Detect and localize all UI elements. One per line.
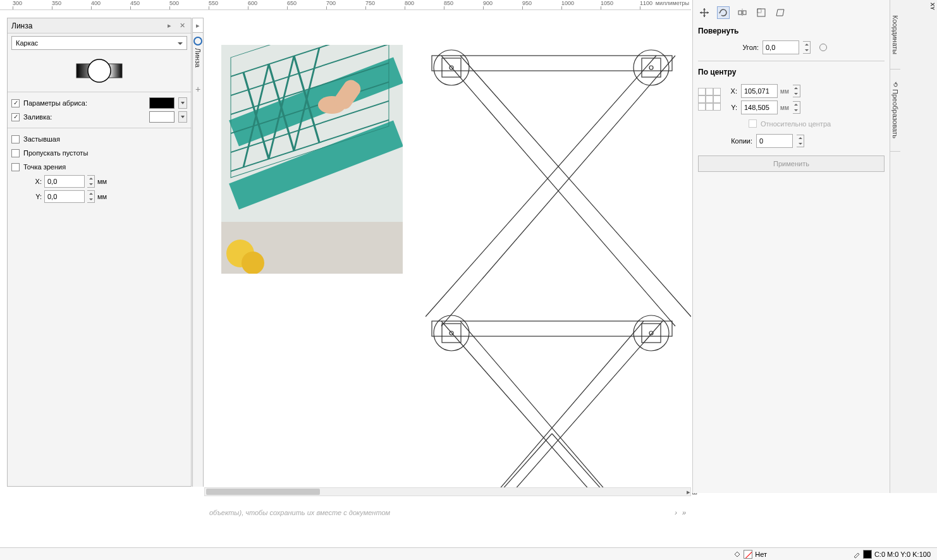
- viewpoint-checkbox[interactable]: [11, 163, 20, 171]
- lens-type-value: Каркас: [16, 39, 38, 47]
- center-x-input[interactable]: 105,071: [741, 84, 778, 98]
- transform-tab-icon: ⟲: [892, 82, 899, 87]
- transform-docker: Повернуть Угол: 0,0 По центру X: 105,071…: [692, 0, 890, 493]
- viewpoint-x-spinner[interactable]: [87, 175, 95, 188]
- outline-color-dropdown[interactable]: [178, 97, 187, 109]
- rotate-tab-icon[interactable]: [717, 6, 730, 19]
- ruler-horizontal[interactable]: миллиметры 30035040045050055060065070075…: [0, 0, 691, 10]
- size-tab-icon[interactable]: [755, 6, 768, 19]
- pen-icon: [853, 551, 860, 558]
- outline-label: Параметры абриса:: [23, 99, 87, 107]
- fill-checkbox[interactable]: [11, 113, 20, 121]
- angle-spinner[interactable]: [803, 41, 811, 54]
- ruler-tick: 350: [52, 0, 61, 6]
- docker-close-button[interactable]: ✕: [177, 21, 187, 31]
- ruler-tick: 500: [169, 0, 179, 6]
- technical-drawing[interactable]: [426, 48, 691, 490]
- center-x-label: X:: [725, 87, 737, 95]
- outline-checkbox[interactable]: [11, 99, 20, 107]
- canvas[interactable]: ▸ ⊞: [204, 10, 691, 487]
- center-y-input[interactable]: 148,505: [741, 100, 778, 114]
- fill-color-swatch[interactable]: [149, 111, 175, 123]
- viewpoint-x-input[interactable]: 0,0: [44, 175, 85, 188]
- lens-docker: Линза ▸ ✕ Каркас Параметры абриса: Залив…: [7, 18, 192, 487]
- hint-last-icon[interactable]: »: [682, 509, 686, 516]
- reference-photo[interactable]: [221, 45, 403, 274]
- svg-point-19: [649, 66, 653, 70]
- ruler-unit-label: миллиметры: [656, 0, 689, 6]
- copies-spinner[interactable]: [797, 135, 804, 147]
- ruler-tick: 650: [287, 0, 297, 6]
- scroll-right-icon[interactable]: ▸: [687, 488, 690, 496]
- frozen-checkbox[interactable]: [11, 135, 20, 143]
- fill-none-label: Нет: [755, 551, 767, 558]
- center-y-label: Y:: [725, 104, 737, 111]
- scrollbar-thumb[interactable]: [206, 489, 320, 495]
- svg-line-30: [552, 434, 603, 490]
- viewpoint-y-spinner[interactable]: [87, 190, 95, 203]
- docker-collapse-button[interactable]: ▸: [164, 21, 175, 31]
- angle-direction-icon[interactable]: [819, 44, 827, 51]
- skip-empty-checkbox[interactable]: [11, 149, 20, 157]
- center-section-title: По центру: [698, 68, 885, 76]
- fill-row: Заливка:: [8, 110, 191, 124]
- fill-color-dropdown[interactable]: [178, 111, 187, 123]
- outline-params-row: Параметры абриса:: [8, 96, 191, 110]
- anchor-grid[interactable]: [698, 88, 721, 111]
- angle-input[interactable]: 0,0: [762, 40, 799, 54]
- docker-menu-button[interactable]: ▸: [192, 18, 204, 33]
- viewpoint-x-row: X: 0,0 мм: [8, 174, 191, 189]
- ruler-tick: 450: [130, 0, 140, 6]
- x-unit: мм: [97, 178, 107, 185]
- outline-color-swatch[interactable]: [149, 97, 175, 109]
- lens-tab[interactable]: Линза: [192, 33, 204, 487]
- svg-rect-31: [738, 11, 742, 15]
- relative-center-checkbox[interactable]: [749, 119, 757, 128]
- lens-tab-label: Линза: [194, 48, 202, 68]
- ruler-tick: 950: [522, 0, 532, 6]
- svg-line-29: [501, 434, 552, 490]
- y-unit: мм: [97, 193, 107, 200]
- frozen-label: Застывшая: [23, 135, 60, 143]
- center-y-spinner[interactable]: [793, 101, 800, 114]
- viewpoint-label: Точка зрения: [23, 163, 66, 171]
- skew-tab-icon[interactable]: [774, 6, 787, 19]
- ruler-tick: 600: [248, 0, 257, 6]
- scale-mirror-tab-icon[interactable]: [736, 6, 749, 19]
- coordinates-tab[interactable]: XY Координаты: [890, 0, 900, 70]
- center-x-spinner[interactable]: [793, 85, 800, 97]
- viewpoint-y-input[interactable]: 0,0: [44, 190, 85, 203]
- add-docker-button[interactable]: +: [192, 83, 204, 95]
- skip-empty-label: Пропускать пустоты: [23, 149, 88, 157]
- center-x-unit: мм: [780, 88, 789, 95]
- viewpoint-row: Точка зрения: [8, 160, 191, 174]
- frozen-row: Застывшая: [8, 132, 191, 146]
- hint-text: объекты), чтобы сохранить их вместе с до…: [209, 509, 390, 516]
- outline-swatch: [863, 550, 872, 559]
- ruler-tick: 900: [483, 0, 493, 6]
- ruler-tick: 1000: [561, 0, 574, 6]
- fill-none-swatch: [744, 550, 752, 559]
- docker-titlebar: Линза ▸ ✕: [8, 18, 191, 33]
- svg-rect-32: [743, 11, 746, 15]
- ruler-tick: 1050: [601, 0, 613, 6]
- ruler-tick: 850: [444, 0, 453, 6]
- hint-next-icon[interactable]: ›: [675, 509, 677, 516]
- copies-input[interactable]: 0: [756, 134, 793, 148]
- lens-preview: [74, 56, 125, 85]
- transform-tab[interactable]: ⟲ Преобразовать: [890, 70, 900, 152]
- ruler-tick: 800: [405, 0, 414, 6]
- canvas-scrollbar-horizontal[interactable]: [204, 487, 691, 496]
- outline-status[interactable]: C:0 M:0 Y:0 K:100: [853, 550, 931, 559]
- angle-label: Угол:: [723, 44, 759, 51]
- skip-empty-row: Пропускать пустоты: [8, 146, 191, 160]
- hint-bar: объекты), чтобы сохранить их вместе с до…: [204, 503, 691, 522]
- apply-button[interactable]: Применить: [698, 155, 885, 172]
- fill-bucket-icon: [733, 551, 741, 558]
- center-y-unit: мм: [780, 104, 789, 111]
- fill-status[interactable]: Нет: [733, 550, 767, 559]
- lens-type-dropdown[interactable]: Каркас: [11, 36, 187, 50]
- x-label: X:: [33, 178, 42, 185]
- position-tab-icon[interactable]: [698, 6, 711, 19]
- svg-rect-35: [757, 9, 761, 13]
